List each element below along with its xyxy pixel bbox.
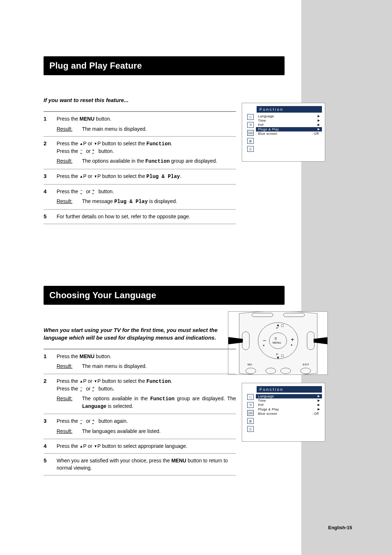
step-body: Press the ▲P or ▼P button to select the … <box>57 374 236 414</box>
step-number: 4 <box>44 439 57 454</box>
section-header-plug-and-play: Plug and Play Feature <box>44 56 285 75</box>
vol-plus-icon: +▸ <box>92 189 97 194</box>
result-label: Result: <box>57 126 82 133</box>
svg-text:◂: ◂ <box>80 389 82 392</box>
result-label: Result: <box>57 395 82 410</box>
step-text: Press the <box>57 173 79 179</box>
step-number: 4 <box>44 185 57 209</box>
step-text: P or <box>83 173 94 179</box>
step-body: For further details on how to set, refer… <box>57 210 236 224</box>
section-title: Choosing Your Language <box>44 287 284 304</box>
steps-list-1: 1 Press the MENU button. Result: The mai… <box>44 112 236 136</box>
vol-plus-icon: +▸ <box>92 386 97 392</box>
svg-text:◂: ◂ <box>80 422 82 424</box>
step-text: P or <box>83 141 94 146</box>
step-text: P button to select the <box>97 141 146 146</box>
vol-minus-icon: −◂ <box>79 419 85 424</box>
vol-minus-icon: −◂ <box>79 189 85 194</box>
step-text: button. <box>98 148 114 154</box>
up-icon: ▲ <box>79 444 83 449</box>
step-text: . <box>180 173 181 179</box>
svg-text:▸: ▸ <box>93 192 94 194</box>
step-body: Press the ▲P or ▼P button to select appr… <box>57 439 236 454</box>
step-body: Press the ▲P or ▼P button to select the … <box>57 137 236 169</box>
step-number: 1 <box>44 112 57 136</box>
vol-minus-icon: −◂ <box>79 149 85 154</box>
step-number: 3 <box>44 169 57 184</box>
vol-plus-icon: +▸ <box>92 149 97 154</box>
result-text: The languages available are listed. <box>82 428 236 435</box>
result-label: Result: <box>57 363 82 370</box>
step-text: or <box>86 148 92 154</box>
down-icon: ▼ <box>94 379 97 384</box>
page: Function ▢ ☰ CH ▥ ◫ Language▶ Time▶ PIP▶… <box>0 0 392 555</box>
svg-text:▸: ▸ <box>93 422 94 424</box>
result-text: The options available in the Function gr… <box>82 158 236 165</box>
up-icon: ▲ <box>79 379 83 384</box>
section-title: Plug and Play Feature <box>44 57 284 74</box>
divider <box>44 475 236 475</box>
step-body: Press the −◂ or +▸ button. Result: The m… <box>57 185 236 209</box>
result-text: The message Plug & Play is displayed. <box>82 198 236 206</box>
intro-text: When you start using your TV for the fir… <box>44 327 236 341</box>
step-body: Press the MENU button. Result: The main … <box>57 112 236 136</box>
plugplay-mono: Plug & Play <box>146 174 180 179</box>
result-label: Result: <box>57 158 82 165</box>
up-icon: ▲ <box>79 174 83 179</box>
down-icon: ▼ <box>94 141 97 146</box>
step-number: 2 <box>44 137 57 169</box>
step-text: or <box>86 189 92 194</box>
up-icon: ▲ <box>79 141 83 146</box>
down-icon: ▼ <box>94 174 97 179</box>
step-body: When you are satisfied with your choice,… <box>57 454 236 475</box>
step-text: Press the <box>57 189 79 194</box>
step-text: . <box>171 141 172 146</box>
svg-text:◂: ◂ <box>80 192 82 194</box>
section-header-language: Choosing Your Language <box>44 286 285 305</box>
step-number: 5 <box>44 454 57 475</box>
step-number: 5 <box>44 210 57 224</box>
result-label: Result: <box>57 198 82 206</box>
result-text: The main menu is displayed. <box>82 363 236 370</box>
result-text: The main menu is displayed. <box>82 126 236 133</box>
step-text: P button to select the <box>97 173 146 179</box>
step-text: Press the <box>57 116 79 122</box>
intro-text: If you want to reset this feature... <box>44 97 345 103</box>
steps-list-2: 1 Press the MENU button. Result: The mai… <box>44 349 236 374</box>
step-text: Press the <box>57 148 79 154</box>
page-number: English-15 <box>328 525 352 530</box>
menu-bold: MENU <box>79 116 94 122</box>
step-text: Press the <box>57 141 79 146</box>
function-mono: Function <box>146 141 171 147</box>
step-body: Press the MENU button. Result: The main … <box>57 349 236 374</box>
step-body: Press the ▲P or ▼P button to select the … <box>57 169 236 184</box>
svg-text:▸: ▸ <box>93 152 94 154</box>
step-text: button. <box>98 189 114 194</box>
vol-minus-icon: −◂ <box>79 386 85 392</box>
down-icon: ▼ <box>94 444 97 449</box>
svg-text:◂: ◂ <box>80 152 82 154</box>
step-number: 3 <box>44 414 57 438</box>
step-body: Press the −◂ or +▸ button again. Result:… <box>57 414 236 438</box>
step-text: button. <box>94 116 111 122</box>
step-number: 2 <box>44 374 57 414</box>
result-label: Result: <box>57 428 82 435</box>
svg-text:▸: ▸ <box>93 389 94 392</box>
step-number: 1 <box>44 349 57 374</box>
result-text: The options available in the Function gr… <box>82 395 236 410</box>
vol-plus-icon: +▸ <box>92 419 97 424</box>
